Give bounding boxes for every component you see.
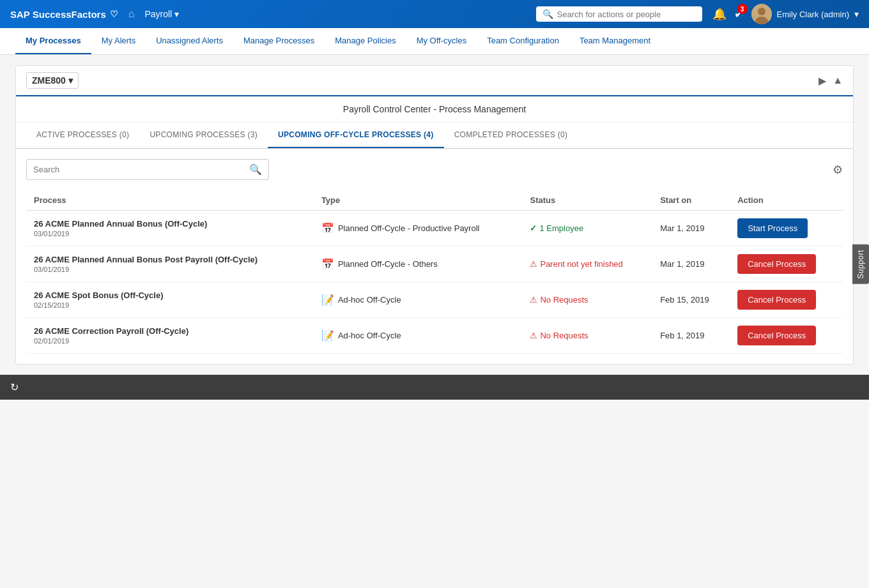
main-wrapper: ZME800 ▾ ▶ ▲ Payroll Control Center - Pr… (0, 55, 869, 375)
search-icon: 🔍 (542, 9, 553, 19)
brand-logo: SAP SuccessFactors ♡ (10, 9, 118, 20)
support-tab-wrapper: Support (852, 245, 869, 285)
edit-icon: 📝 (321, 294, 334, 306)
table-area: 🔍 ⚙ Process Type Status Start on Action (16, 149, 853, 364)
secondary-nav: My Processes My Alerts Unassigned Alerts… (0, 28, 869, 55)
table-row: 26 ACME Planned Annual Bonus Post Payrol… (26, 246, 843, 282)
nav-my-off-cycles[interactable]: My Off-cycles (406, 28, 477, 54)
process-name-cell: 26 ACME Spot Bonus (Off-Cycle) 02/15/201… (26, 282, 314, 318)
action-cell: Cancel Process (730, 318, 843, 354)
status-cell: ⚠ No Requests (530, 295, 645, 305)
process-date: 03/01/2019 (34, 266, 306, 273)
start-on-cell: Mar 1, 2019 (652, 211, 730, 246)
search-box[interactable]: 🔍 (26, 159, 269, 180)
process-name-cell: 26 ACME Planned Annual Bonus Post Payrol… (26, 246, 314, 282)
col-type: Type (314, 190, 523, 211)
cancel-process-button[interactable]: Cancel Process (737, 326, 816, 345)
search-input[interactable] (557, 10, 696, 19)
col-process: Process (26, 190, 314, 211)
nav-my-processes[interactable]: My Processes (15, 28, 91, 54)
global-search[interactable]: 🔍 (536, 6, 702, 22)
edit-icon: 📝 (321, 329, 334, 342)
process-date: 02/01/2019 (34, 337, 306, 345)
refresh-icon[interactable]: ↻ (10, 381, 19, 393)
table-row: 26 ACME Correction Payroll (Off-Cycle) 0… (26, 318, 843, 354)
nav-my-alerts[interactable]: My Alerts (91, 28, 146, 54)
nav-team-management[interactable]: Team Management (569, 28, 661, 54)
cancel-process-button[interactable]: Cancel Process (737, 290, 816, 310)
home-icon[interactable]: ⌂ (128, 8, 135, 20)
type-text: Ad-hoc Off-Cycle (338, 331, 401, 340)
status-td: ✓ 1 Employee (522, 211, 652, 246)
settings-icon[interactable]: ⚙ (833, 163, 843, 177)
process-search-input[interactable] (33, 165, 245, 174)
avatar (751, 4, 772, 24)
action-cell: Start Process (730, 211, 843, 246)
cancel-process-button[interactable]: Cancel Process (737, 254, 816, 274)
nav-manage-policies[interactable]: Manage Policies (325, 28, 406, 54)
payroll-menu[interactable]: Payroll ▾ (144, 9, 179, 19)
type-text: Planned Off-Cycle - Productive Payroll (338, 223, 480, 233)
type-cell: 📅 Planned Off-Cycle - Productive Payroll (314, 211, 523, 246)
col-action: Action (730, 190, 843, 211)
play-icon[interactable]: ▶ (819, 75, 826, 87)
top-bar: SAP SuccessFactors ♡ ⌂ Payroll ▾ 🔍 🔔 ✔ 3… (0, 0, 869, 28)
footer-bar: ↻ (0, 375, 869, 400)
status-text: No Requests (540, 295, 588, 305)
start-on-cell: Feb 15, 2019 (652, 282, 730, 318)
status-td: ⚠ No Requests (522, 282, 652, 318)
type-cell: 📝 Ad-hoc Off-Cycle (314, 282, 523, 318)
notifications-button[interactable]: 🔔 (712, 7, 727, 21)
calendar-icon: 📅 (321, 258, 334, 270)
user-name: Emily Clark (admin) (777, 10, 849, 19)
payroll-label: Payroll (144, 9, 172, 19)
card-header: ZME800 ▾ ▶ ▲ (16, 66, 853, 96)
tab-upcoming-off-cycle[interactable]: UPCOMING OFF-CYCLE PROCESSES (4) (268, 123, 444, 148)
company-code: ZME800 (32, 75, 66, 86)
company-selector[interactable]: ZME800 ▾ (26, 72, 79, 89)
card-header-icons: ▶ ▲ (819, 75, 843, 87)
search-row: 🔍 ⚙ (26, 159, 843, 180)
process-search-icon[interactable]: 🔍 (249, 163, 262, 176)
action-cell: Cancel Process (730, 246, 843, 282)
process-name-cell: 26 ACME Correction Payroll (Off-Cycle) 0… (26, 318, 314, 354)
start-on-cell: Feb 1, 2019 (652, 318, 730, 354)
tab-upcoming-processes[interactable]: UPCOMING PROCESSES (3) (139, 123, 268, 148)
type-text: Planned Off-Cycle - Others (338, 259, 438, 269)
start-on-cell: Mar 1, 2019 (652, 246, 730, 282)
process-name: 26 ACME Spot Bonus (Off-Cycle) (34, 290, 306, 300)
content-card: ZME800 ▾ ▶ ▲ Payroll Control Center - Pr… (15, 65, 854, 365)
tasks-button[interactable]: ✔ 3 (734, 7, 744, 21)
status-text: Parent not yet finished (540, 259, 622, 269)
table-row: 26 ACME Spot Bonus (Off-Cycle) 02/15/201… (26, 282, 843, 318)
heart-icon: ♡ (110, 9, 118, 19)
support-tab[interactable]: Support (852, 245, 869, 285)
status-td: ⚠ Parent not yet finished (522, 246, 652, 282)
col-start-on: Start on (652, 190, 730, 211)
tab-completed-processes[interactable]: COMPLETED PROCESSES (0) (444, 123, 578, 148)
status-text: No Requests (540, 331, 588, 340)
process-date: 03/01/2019 (34, 230, 306, 237)
status-text: 1 Employee (539, 223, 583, 233)
process-date: 02/15/2019 (34, 301, 306, 309)
collapse-icon[interactable]: ▲ (833, 75, 843, 87)
type-text: Ad-hoc Off-Cycle (338, 295, 401, 305)
col-status: Status (522, 190, 652, 211)
badge-count: 3 (737, 4, 748, 14)
bell-icon: 🔔 (712, 8, 727, 20)
user-chevron: ▾ (854, 9, 859, 19)
start-process-button[interactable]: Start Process (737, 218, 808, 238)
status-cell: ✓ 1 Employee (530, 223, 645, 233)
process-name: 26 ACME Correction Payroll (Off-Cycle) (34, 326, 306, 336)
nav-unassigned-alerts[interactable]: Unassigned Alerts (146, 28, 233, 54)
tab-active-processes[interactable]: ACTIVE PROCESSES (0) (26, 123, 139, 148)
nav-team-configuration[interactable]: Team Configuration (477, 28, 569, 54)
process-table: Process Type Status Start on Action 26 A… (26, 190, 843, 354)
status-warn-icon: ⚠ (530, 295, 537, 305)
payroll-chevron: ▾ (174, 9, 179, 19)
user-menu[interactable]: Emily Clark (admin) ▾ (751, 4, 859, 24)
action-cell: Cancel Process (730, 282, 843, 318)
calendar-icon: 📅 (321, 222, 334, 234)
nav-manage-processes[interactable]: Manage Processes (233, 28, 325, 54)
svg-point-1 (758, 8, 765, 15)
